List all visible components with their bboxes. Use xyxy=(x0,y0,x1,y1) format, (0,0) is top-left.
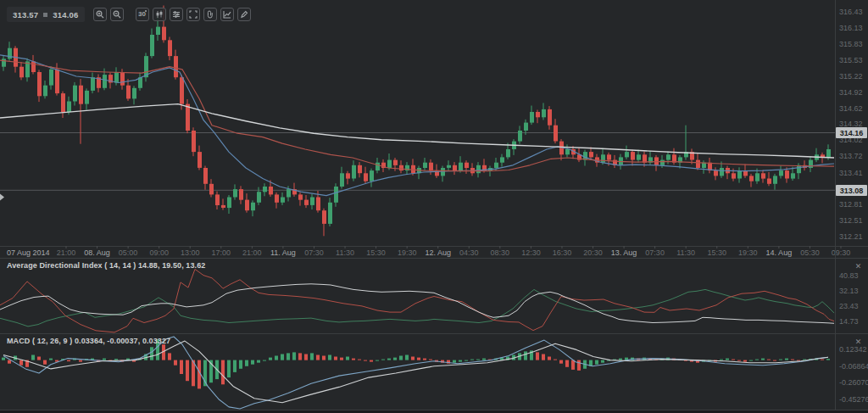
candle-body xyxy=(43,86,47,97)
time-axis-label: 21:00 xyxy=(57,248,76,257)
candle-body xyxy=(2,59,6,66)
line-chart-button[interactable] xyxy=(220,8,234,21)
chart-type-button[interactable] xyxy=(153,8,166,21)
macd-histogram-bar xyxy=(755,360,759,360)
time-axis-label: 19:30 xyxy=(738,248,758,257)
time-axis-label: 12:30 xyxy=(521,248,541,257)
candle-body xyxy=(797,165,801,173)
macd-panel-close-button[interactable]: ✕ xyxy=(853,336,864,347)
macd-histogram-bar xyxy=(310,353,314,360)
macd-histogram-bar xyxy=(334,357,337,360)
zoom-in-button[interactable] xyxy=(93,8,107,21)
candle-body xyxy=(156,27,160,35)
candle-body xyxy=(542,109,546,117)
candle-body xyxy=(186,104,190,131)
macd-histogram-bar xyxy=(387,359,391,360)
macd-histogram-bar xyxy=(559,360,563,364)
candle-body xyxy=(120,72,125,86)
draw-button[interactable] xyxy=(237,8,251,21)
candle-body xyxy=(126,86,131,99)
macd-histogram-bar xyxy=(411,357,415,360)
macd-histogram-bar xyxy=(168,353,171,360)
macd-histogram-bar xyxy=(364,360,367,361)
candle-body xyxy=(601,154,605,162)
price-axis-label: 312.51 xyxy=(839,216,863,225)
time-axis-label: 07:30 xyxy=(304,248,324,257)
time-axis-label: 19:30 xyxy=(398,248,417,257)
candle-body xyxy=(429,163,433,170)
line-chart-icon xyxy=(223,10,231,19)
candle-body xyxy=(233,189,237,197)
macd-histogram-bar xyxy=(376,360,379,361)
adx-panel-title[interactable]: Average Directional Index ( 14, 14 ) 14.… xyxy=(7,261,205,270)
candle-body xyxy=(287,189,291,197)
macd-histogram-bar xyxy=(417,358,420,360)
candle-body xyxy=(73,86,77,102)
candle-body xyxy=(364,173,368,181)
candle-body xyxy=(761,173,765,178)
macd-histogram-bar xyxy=(554,360,557,360)
candle-body xyxy=(316,198,320,211)
buy-price-button[interactable]: 314.06 xyxy=(53,10,78,20)
candle-body xyxy=(625,152,629,157)
macd-histogram-bar xyxy=(239,360,242,369)
candle-body xyxy=(221,205,225,208)
macd-histogram-bar xyxy=(2,358,5,360)
macd-histogram-bar xyxy=(826,359,830,360)
price-axis-label: 316.13 xyxy=(839,24,863,32)
candle-body xyxy=(334,187,338,203)
indicators-button[interactable] xyxy=(170,8,183,21)
candle-body xyxy=(198,152,202,168)
candle-body xyxy=(565,149,570,154)
candle-body xyxy=(209,184,214,195)
macd-histogram-bar xyxy=(275,356,278,360)
ma-red-line xyxy=(0,60,834,171)
macd-panel-title[interactable]: MACD ( 12, 26, 9 ) 0.03364, -0.00037, 0.… xyxy=(7,337,170,345)
macd-histogram-bar xyxy=(726,359,729,360)
macd-histogram-bar xyxy=(8,360,11,364)
candle-body xyxy=(393,160,398,165)
candle-body xyxy=(150,35,154,56)
macd-histogram-bar xyxy=(263,360,266,361)
chart-toolbar: 313.57 314.06 30 xyxy=(7,7,254,22)
candle-body xyxy=(660,160,665,165)
candle-body xyxy=(518,131,522,142)
candle-body xyxy=(376,163,380,170)
macd-histogram-bar xyxy=(186,360,189,382)
candle-body xyxy=(465,163,469,168)
adx-axis-label: 40.83 xyxy=(839,271,859,280)
timeframe-button[interactable]: 30 xyxy=(136,8,149,21)
chart-canvas[interactable]: 316.43316.13315.83315.53315.22314.92314.… xyxy=(0,0,868,413)
macd-histogram-bar xyxy=(174,360,177,366)
macd-histogram-bar xyxy=(316,355,320,360)
candle-body xyxy=(67,102,71,113)
candle-body xyxy=(192,131,196,152)
zoom-out-button[interactable] xyxy=(110,8,124,21)
time-axis-label: 07 Aug 2014 xyxy=(7,248,50,257)
macd-histogram-bar xyxy=(340,358,343,360)
candle-body xyxy=(174,56,178,77)
macd-histogram-bar xyxy=(542,354,545,360)
macd-histogram-bar xyxy=(150,347,153,360)
adx-panel-close-button[interactable]: ✕ xyxy=(853,260,864,271)
macd-histogram-bar xyxy=(257,360,260,363)
macd-histogram-bar xyxy=(571,360,575,370)
macd-histogram-bar xyxy=(67,360,70,362)
candle-body xyxy=(785,170,789,178)
candle-body xyxy=(358,165,362,173)
macd-histogram-bar xyxy=(233,360,236,372)
time-axis-label: 09:30 xyxy=(832,248,851,257)
candle-body xyxy=(637,154,641,159)
candle-body xyxy=(666,154,670,159)
spread-indicator-icon xyxy=(43,13,47,17)
candle-body xyxy=(49,70,53,86)
macd-histogram-bar xyxy=(221,360,225,385)
sell-price-button[interactable]: 313.57 xyxy=(13,10,38,20)
attach-button[interactable] xyxy=(203,8,217,21)
macd-histogram-bar xyxy=(536,352,539,360)
candle-body xyxy=(269,187,273,194)
left-edge-marker xyxy=(0,194,4,201)
macd-histogram-bar xyxy=(548,357,551,360)
expand-button[interactable] xyxy=(186,8,200,21)
candle-body xyxy=(162,27,166,41)
